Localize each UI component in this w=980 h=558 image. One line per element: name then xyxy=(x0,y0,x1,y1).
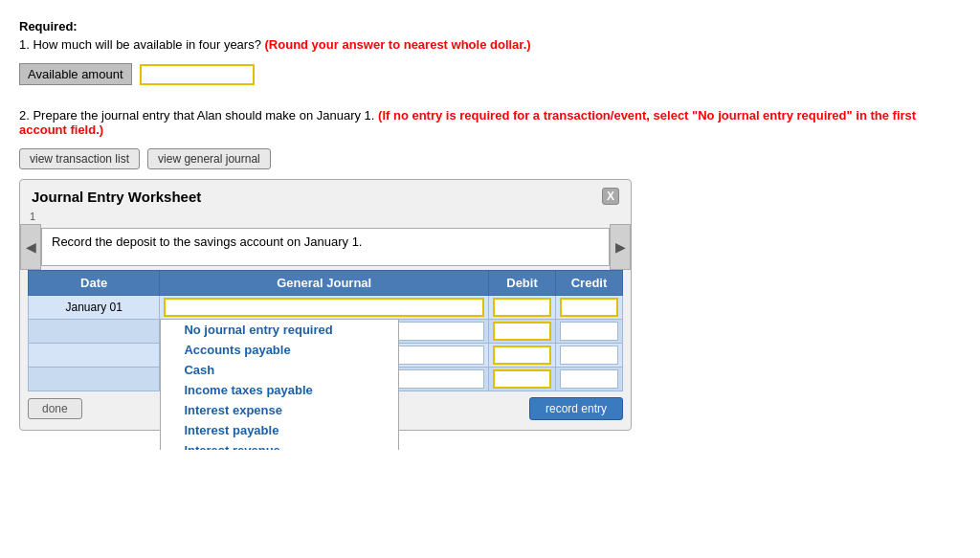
credit-input-4[interactable] xyxy=(560,369,618,389)
debit-cell-4 xyxy=(489,368,556,391)
col-credit: Credit xyxy=(556,271,623,296)
dropdown-item-interest-expense[interactable]: Interest expense xyxy=(161,400,398,420)
worksheet-title: Journal Entry Worksheet xyxy=(32,189,201,205)
credit-cell-4 xyxy=(556,368,623,391)
record-entry-button[interactable]: record entry xyxy=(529,397,623,420)
prev-arrow[interactable]: ◀ xyxy=(20,224,41,270)
done-button[interactable]: done xyxy=(28,398,82,419)
question2-main: 2. Prepare the journal entry that Alan s… xyxy=(19,108,374,123)
gj-input-1[interactable] xyxy=(164,298,484,317)
view-transaction-button[interactable]: view transaction list xyxy=(19,148,140,169)
dropdown-item-income-taxes[interactable]: Income taxes payable xyxy=(161,380,398,400)
page-indicator: 1 xyxy=(20,209,631,224)
debit-cell-1 xyxy=(489,296,556,320)
question1-number: 1. How much will be available in four ye… xyxy=(19,37,261,52)
credit-cell-1 xyxy=(556,296,623,320)
worksheet-header: Journal Entry Worksheet X xyxy=(20,180,631,209)
question1-text: 1. How much will be available in four ye… xyxy=(19,37,961,52)
date-cell-4 xyxy=(29,368,160,391)
nav-row: ◀ Record the deposit to the savings acco… xyxy=(20,224,631,270)
dropdown-item-cash[interactable]: Cash xyxy=(161,360,398,380)
date-cell-3 xyxy=(29,344,160,368)
question1-highlight: (Round your answer to nearest whole doll… xyxy=(265,37,531,52)
table-header-row: Date General Journal Debit Credit xyxy=(29,271,623,296)
credit-input-3[interactable] xyxy=(560,346,618,365)
dropdown-item-interest-payable[interactable]: Interest payable xyxy=(161,420,398,440)
date-cell-2 xyxy=(29,320,160,344)
debit-cell-3 xyxy=(489,344,556,368)
credit-input-2[interactable] xyxy=(560,322,618,341)
available-amount-label: Available amount xyxy=(19,63,132,85)
table-area: Date General Journal Debit Credit Januar… xyxy=(28,270,623,391)
view-general-button[interactable]: view general journal xyxy=(147,148,271,169)
available-amount-input[interactable] xyxy=(140,64,255,85)
gj-cell-1: No journal entry required Accounts payab… xyxy=(160,296,489,320)
available-amount-row: Available amount xyxy=(19,63,961,85)
question2-text: 2. Prepare the journal entry that Alan s… xyxy=(19,108,961,137)
debit-input-3[interactable] xyxy=(493,346,551,365)
table-row: January 01 No journal entry required Acc… xyxy=(29,296,623,320)
dropdown-item-accounts-payable[interactable]: Accounts payable xyxy=(161,340,398,360)
dropdown-item-interest-revenue[interactable]: Interest revenue xyxy=(161,440,398,450)
account-dropdown: No journal entry required Accounts payab… xyxy=(160,319,399,450)
credit-cell-2 xyxy=(556,320,623,344)
credit-input-1[interactable] xyxy=(560,298,618,317)
debit-input-1[interactable] xyxy=(493,298,551,317)
dropdown-item-no-entry[interactable]: No journal entry required xyxy=(161,320,398,340)
close-button[interactable]: X xyxy=(602,188,619,205)
toolbar: view transaction list view general journ… xyxy=(19,148,961,169)
journal-table: Date General Journal Debit Credit Januar… xyxy=(28,270,623,391)
description-box: Record the deposit to the savings accoun… xyxy=(41,228,610,266)
required-label: Required: xyxy=(19,19,961,33)
credit-cell-3 xyxy=(556,344,623,368)
col-date: Date xyxy=(29,271,160,296)
date-cell-1: January 01 xyxy=(29,296,160,320)
debit-input-4[interactable] xyxy=(493,369,551,389)
debit-input-2[interactable] xyxy=(493,322,551,341)
col-debit: Debit xyxy=(489,271,556,296)
debit-cell-2 xyxy=(489,320,556,344)
col-gj: General Journal xyxy=(160,271,489,296)
journal-entry-worksheet: Journal Entry Worksheet X 1 ◀ Record the… xyxy=(19,179,632,431)
next-arrow[interactable]: ▶ xyxy=(610,224,631,270)
